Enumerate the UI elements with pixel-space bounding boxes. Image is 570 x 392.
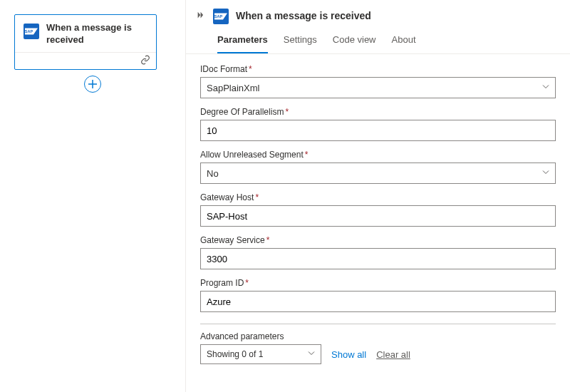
designer-canvas: SAP When a message is received <box>0 0 185 392</box>
advanced-parameters-heading: Advanced parameters <box>200 331 556 341</box>
parameters-form: IDoc Format* SapPlainXml Degree Of Paral… <box>186 54 570 378</box>
field-label: IDoc Format* <box>200 64 556 74</box>
add-step-button[interactable] <box>84 76 101 93</box>
gateway-service-input[interactable] <box>200 248 556 269</box>
sap-icon: SAP <box>213 9 229 24</box>
tab-about[interactable]: About <box>392 34 416 53</box>
clear-all-link[interactable]: Clear all <box>376 349 410 360</box>
advanced-parameters-section: Advanced parameters Showing 0 of 1 Show … <box>200 324 556 364</box>
gateway-host-input[interactable] <box>200 205 556 227</box>
field-label: Allow Unreleased Segment* <box>200 150 556 160</box>
properties-panel: SAP When a message is received Parameter… <box>185 0 570 392</box>
field-idoc-format: IDoc Format* SapPlainXml <box>200 64 556 98</box>
trigger-card[interactable]: SAP When a message is received <box>14 14 157 70</box>
collapse-button[interactable] <box>196 10 206 22</box>
required-indicator: * <box>255 192 259 202</box>
degree-of-parallelism-input[interactable] <box>200 120 556 141</box>
field-label: Gateway Service* <box>200 235 556 245</box>
field-label: Degree Of Parallelism* <box>200 107 556 117</box>
svg-text:SAP: SAP <box>214 14 222 19</box>
svg-text:SAP: SAP <box>25 29 33 33</box>
required-indicator: * <box>305 150 309 160</box>
idoc-format-select[interactable]: SapPlainXml <box>200 77 556 98</box>
program-id-input[interactable] <box>200 291 556 312</box>
field-gateway-service: Gateway Service* <box>200 235 556 269</box>
sap-icon: SAP <box>24 24 39 39</box>
tabs: Parameters Settings Code view About <box>186 24 570 54</box>
panel-header: SAP When a message is received <box>186 0 570 24</box>
advanced-parameters-select[interactable]: Showing 0 of 1 <box>200 344 321 364</box>
field-label: Gateway Host* <box>200 192 556 202</box>
panel-title: When a message is received <box>236 10 371 21</box>
trigger-header: SAP When a message is received <box>15 15 156 52</box>
field-allow-unreleased-segment: Allow Unreleased Segment* No <box>200 150 556 184</box>
field-program-id: Program ID* <box>200 278 556 312</box>
field-gateway-host: Gateway Host* <box>200 192 556 227</box>
required-indicator: * <box>249 64 252 74</box>
required-indicator: * <box>245 278 249 288</box>
trigger-title: When a message is received <box>46 22 147 46</box>
show-all-link[interactable]: Show all <box>331 349 366 360</box>
required-indicator: * <box>266 235 270 245</box>
add-step-container <box>14 76 171 93</box>
tab-settings[interactable]: Settings <box>284 34 317 53</box>
trigger-footer <box>15 52 156 69</box>
allow-unreleased-segment-select[interactable]: No <box>200 163 556 184</box>
required-indicator: * <box>285 107 289 117</box>
tab-code-view[interactable]: Code view <box>333 34 376 53</box>
connection-icon <box>140 55 150 67</box>
tab-parameters[interactable]: Parameters <box>217 34 268 53</box>
field-degree-of-parallelism: Degree Of Parallelism* <box>200 107 556 141</box>
field-label: Program ID* <box>200 278 556 288</box>
